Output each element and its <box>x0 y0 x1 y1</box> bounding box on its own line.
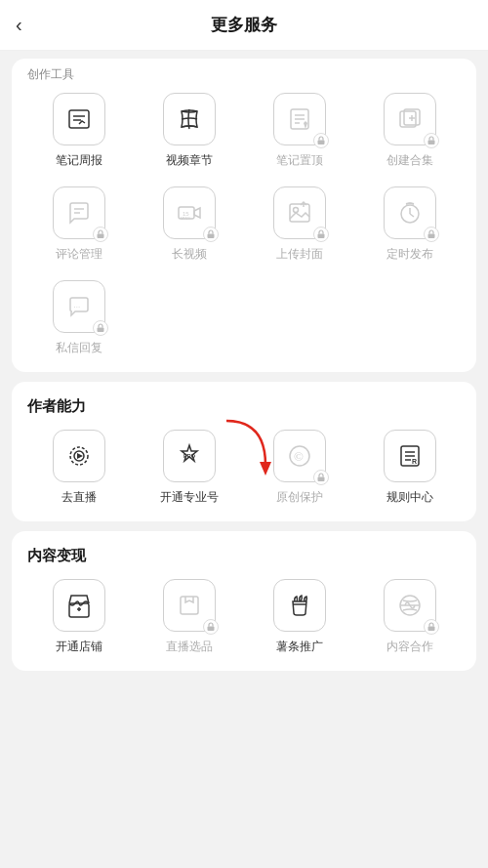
open-shop-icon-box <box>53 579 105 632</box>
note-pin-icon-box <box>273 93 326 145</box>
potato-promo-icon-box <box>273 579 326 632</box>
lock-icon-scheduled <box>424 227 439 242</box>
item-rule-center[interactable]: R 规则中心 <box>354 430 465 506</box>
original-protect-icon-box: © <box>273 430 326 482</box>
long-video-label: 长视频 <box>172 246 207 263</box>
open-shop-label: 开通店铺 <box>56 639 102 655</box>
svg-text:©: © <box>294 449 304 464</box>
svg-rect-23 <box>317 234 324 239</box>
go-live-label: 去直播 <box>61 489 97 506</box>
creation-tools-label: 创作工具 <box>23 66 465 83</box>
create-album-icon-box <box>384 93 436 145</box>
back-button[interactable]: ‹ <box>16 14 22 36</box>
item-dm-reply[interactable]: ... 私信回复 <box>23 280 134 356</box>
monetize-label: 内容变现 <box>23 547 465 565</box>
content-coop-label: 内容合作 <box>386 639 433 655</box>
pro-account-label: 开通专业号 <box>160 489 219 506</box>
create-album-label: 创建合集 <box>386 152 433 169</box>
comment-manage-label: 评论管理 <box>56 246 102 263</box>
svg-rect-53 <box>427 627 434 632</box>
dm-reply-label: 私信回复 <box>56 340 102 356</box>
lock-icon-original <box>313 470 329 485</box>
header: ‹ 更多服务 <box>0 0 488 51</box>
lock-icon-live-select <box>203 619 219 635</box>
pro-account-icon-box: PRO <box>163 430 216 482</box>
lock-icon-long-video <box>203 227 219 242</box>
svg-text:...: ... <box>73 301 80 310</box>
live-select-label: 直播选品 <box>166 639 213 655</box>
weekly-icon-box <box>53 93 105 145</box>
rule-center-icon-box: R <box>384 430 436 482</box>
monetize-card: 内容变现 开通店铺 <box>12 531 476 671</box>
lock-icon-content-coop <box>424 619 439 635</box>
item-scheduled-post[interactable]: 定时发布 <box>354 186 465 263</box>
item-comment-manage[interactable]: 评论管理 <box>23 186 134 263</box>
svg-marker-34 <box>77 453 83 459</box>
item-go-live[interactable]: 去直播 <box>23 430 134 506</box>
lock-icon-note-pin <box>313 133 329 148</box>
item-upload-cover[interactable]: 上传封面 <box>244 186 354 263</box>
item-content-coop[interactable]: 内容合作 <box>354 579 465 655</box>
upload-cover-icon-box <box>273 186 326 239</box>
long-video-icon-box: 15 MINS <box>163 186 216 239</box>
author-ability-label: 作者能力 <box>23 397 465 416</box>
creation-tools-grid: 笔记周报 视频章节 <box>23 93 465 356</box>
creation-tools-card: 创作工具 笔记周报 <box>12 59 476 372</box>
svg-text:MINS: MINS <box>181 216 190 221</box>
item-original-protect[interactable]: © 原创保护 <box>244 430 354 506</box>
item-weekly[interactable]: 笔记周报 <box>23 93 134 169</box>
svg-line-26 <box>410 214 414 217</box>
svg-point-21 <box>293 208 298 213</box>
item-live-select[interactable]: 直播选品 <box>134 579 244 655</box>
author-ability-grid: 去直播 PRO 开通专业号 © <box>23 430 465 506</box>
svg-rect-49 <box>207 627 214 632</box>
svg-rect-15 <box>97 234 103 239</box>
content-coop-icon-box <box>384 579 436 632</box>
svg-text:R: R <box>412 458 417 465</box>
upload-cover-label: 上传封面 <box>276 246 323 263</box>
item-create-album[interactable]: 创建合集 <box>354 93 465 169</box>
item-open-shop[interactable]: 开通店铺 <box>23 579 134 655</box>
lock-icon-comment <box>93 227 108 242</box>
live-select-icon-box <box>163 579 216 632</box>
rule-center-label: 规则中心 <box>386 489 433 506</box>
weekly-label: 笔记周报 <box>56 152 102 169</box>
author-ability-card: 作者能力 去直播 PRO 开通专业号 <box>12 382 476 521</box>
svg-rect-7 <box>317 141 324 145</box>
item-long-video[interactable]: 15 MINS 长视频 <box>134 186 244 263</box>
svg-rect-31 <box>97 328 103 333</box>
lock-icon-upload-cover <box>313 227 329 242</box>
lock-icon-create-album <box>424 133 439 148</box>
potato-promo-label: 薯条推广 <box>276 639 323 655</box>
item-potato-promo[interactable]: 薯条推广 <box>244 579 354 655</box>
page-title: 更多服务 <box>211 14 277 36</box>
original-protect-label: 原创保护 <box>276 489 323 506</box>
svg-line-27 <box>406 203 410 204</box>
svg-rect-19 <box>207 234 214 239</box>
item-video-chapter[interactable]: 视频章节 <box>134 93 244 169</box>
comment-manage-icon-box <box>53 186 105 239</box>
svg-line-28 <box>410 203 414 204</box>
item-note-pin[interactable]: 笔记置顶 <box>244 93 354 169</box>
scheduled-post-label: 定时发布 <box>386 246 433 263</box>
dm-reply-icon-box: ... <box>53 280 105 333</box>
scheduled-post-icon-box <box>384 186 436 239</box>
video-chapter-label: 视频章节 <box>166 152 213 169</box>
svg-rect-0 <box>69 110 89 128</box>
video-chapter-icon-box <box>163 93 216 145</box>
lock-icon-dm <box>93 320 108 336</box>
svg-rect-29 <box>427 234 434 239</box>
monetize-grid: 开通店铺 直播选品 <box>23 579 465 655</box>
go-live-icon-box <box>53 430 105 482</box>
note-pin-label: 笔记置顶 <box>276 152 323 169</box>
svg-text:PRO: PRO <box>183 453 196 459</box>
item-pro-account[interactable]: PRO 开通专业号 <box>134 430 244 506</box>
svg-rect-40 <box>317 477 324 482</box>
svg-rect-12 <box>427 141 434 145</box>
